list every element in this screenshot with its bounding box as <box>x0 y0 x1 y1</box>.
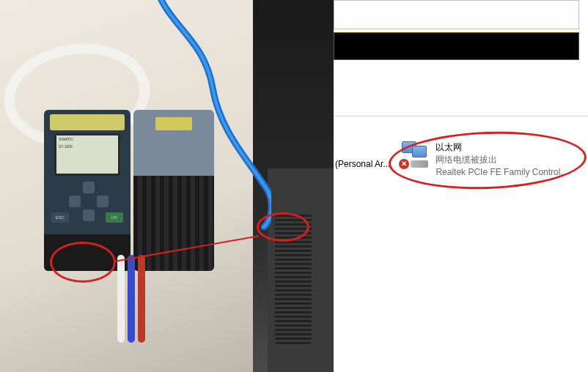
plc-power-module <box>133 110 214 271</box>
plc-esc-button: ESC <box>51 212 69 223</box>
adapter-status: 网络电缆被拔出 <box>436 154 567 166</box>
dpad-up-icon <box>83 182 95 193</box>
dpad-left-icon <box>69 196 81 207</box>
plc-ok-button: OK <box>106 212 123 223</box>
cable-plug-icon <box>411 160 428 168</box>
annotation-ellipse-laptop-port <box>257 212 309 242</box>
dpad-right-icon <box>97 196 109 207</box>
network-adapter-icon: ✕ <box>402 141 430 168</box>
plc-display-line1: SIMATIC <box>56 135 118 143</box>
hardware-photo: SIMATIC S7-1500 ESC OK <box>0 0 334 372</box>
address-bar-placeholder[interactable] <box>334 0 579 29</box>
network-adapters-panel: (Personal Ar... ✕ 以太网 网络电缆被拔出 Realtek PC… <box>334 0 588 372</box>
wire-red <box>138 255 145 343</box>
dpad-down-icon <box>83 209 95 221</box>
dpad-center-icon <box>83 196 95 207</box>
plc-dpad <box>69 182 109 221</box>
other-adapter-truncated-label[interactable]: (Personal Ar... <box>335 138 390 169</box>
plc-display: SIMATIC S7-1500 <box>54 133 120 176</box>
window-title-region <box>334 0 588 64</box>
adapters-row: (Personal Ar... ✕ 以太网 网络电缆被拔出 Realtek PC… <box>334 116 588 181</box>
plc-right-label <box>155 117 192 130</box>
monitor-icon <box>412 146 427 157</box>
annotation-ellipse-plc-port <box>50 242 116 283</box>
toolbar-placeholder <box>334 32 579 60</box>
disconnected-x-icon: ✕ <box>399 159 409 169</box>
wiring-bundle <box>110 255 191 343</box>
ethernet-adapter-item[interactable]: ✕ 以太网 网络电缆被拔出 Realtek PCIe FE Family Con… <box>397 138 572 181</box>
wire-white <box>117 255 125 343</box>
adapter-description: Realtek PCIe FE Family Control... <box>436 166 567 179</box>
wire-blue <box>128 255 135 343</box>
plc-display-line2: S7-1500 <box>56 143 118 150</box>
adapter-text-block: 以太网 网络电缆被拔出 Realtek PCIe FE Family Contr… <box>436 141 567 178</box>
plc-label-tape <box>50 114 125 130</box>
adapter-name: 以太网 <box>436 141 567 154</box>
